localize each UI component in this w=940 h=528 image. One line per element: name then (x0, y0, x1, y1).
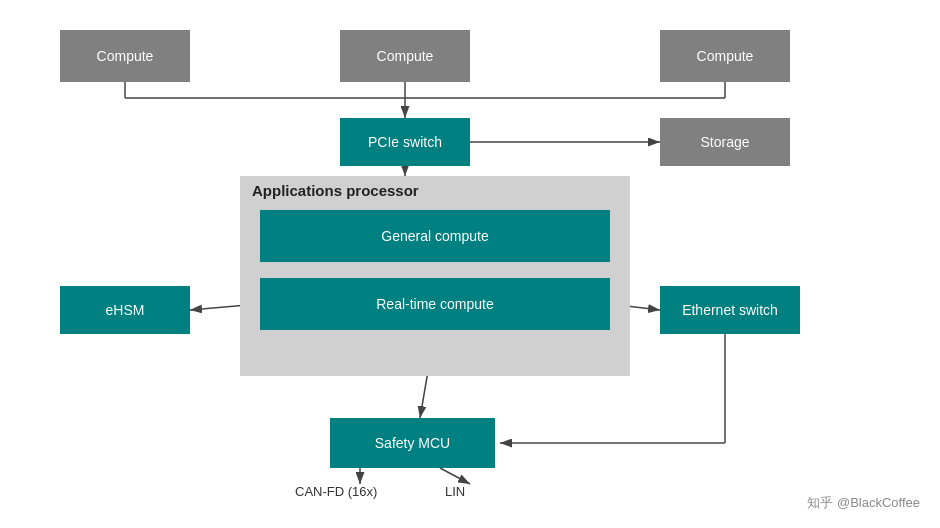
lin-label: LIN (445, 484, 465, 499)
ehsm-label: eHSM (106, 302, 145, 318)
pcie-switch-label: PCIe switch (368, 134, 442, 150)
safety-mcu-box: Safety MCU (330, 418, 495, 468)
ehsm-box: eHSM (60, 286, 190, 334)
general-compute-box: General compute (260, 210, 610, 262)
app-processor-title: Applications processor (252, 182, 419, 199)
can-fd-label: CAN-FD (16x) (295, 484, 377, 499)
svg-line-16 (440, 468, 470, 484)
compute-3-label: Compute (697, 48, 754, 64)
realtime-compute-box: Real-time compute (260, 278, 610, 330)
diagram-container: Compute Compute Compute PCIe switch Stor… (0, 0, 940, 528)
compute-1-label: Compute (97, 48, 154, 64)
compute-2-label: Compute (377, 48, 434, 64)
pcie-switch-box: PCIe switch (340, 118, 470, 166)
storage-label: Storage (700, 134, 749, 150)
safety-mcu-label: Safety MCU (375, 435, 450, 451)
storage-box: Storage (660, 118, 790, 166)
general-compute-label: General compute (381, 228, 488, 244)
watermark: 知乎 @BlackCoffee (807, 494, 920, 512)
compute-3-box: Compute (660, 30, 790, 82)
compute-1-box: Compute (60, 30, 190, 82)
app-processor-bg: Applications processor (240, 176, 630, 376)
compute-2-box: Compute (340, 30, 470, 82)
realtime-compute-label: Real-time compute (376, 296, 494, 312)
ethernet-switch-box: Ethernet switch (660, 286, 800, 334)
ethernet-switch-label: Ethernet switch (682, 302, 778, 318)
